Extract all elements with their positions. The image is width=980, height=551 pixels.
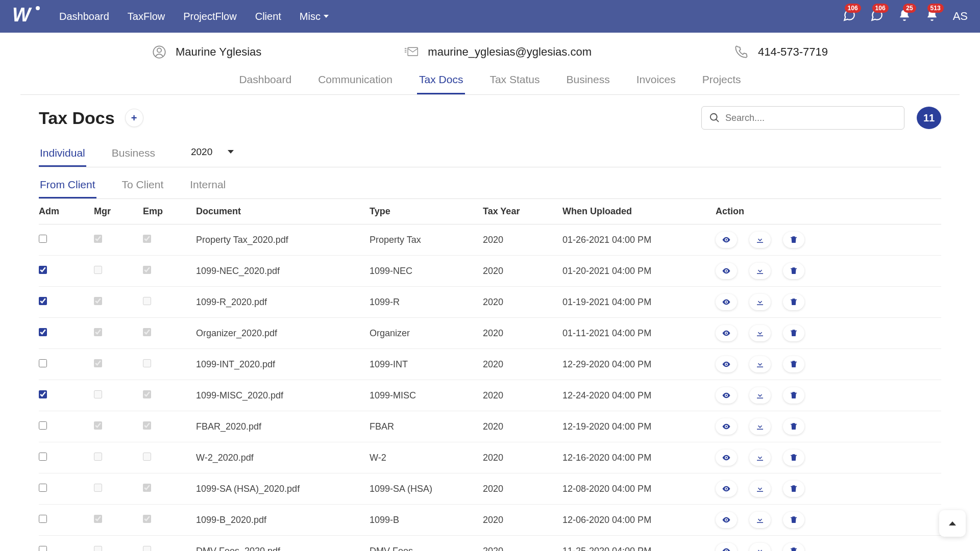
table-row: 1099-R_2020.pdf1099-R202001-19-2021 04:0… bbox=[39, 287, 941, 318]
column-header: Mgr bbox=[94, 199, 143, 224]
adm-checkbox[interactable] bbox=[39, 515, 47, 523]
cell-uploaded: 12-06-2020 04:00 PM bbox=[562, 508, 716, 533]
download-button[interactable] bbox=[749, 356, 771, 372]
adm-checkbox[interactable] bbox=[39, 328, 47, 336]
download-button[interactable] bbox=[749, 418, 771, 435]
view-button[interactable] bbox=[716, 263, 737, 279]
mgr-checkbox[interactable] bbox=[94, 266, 102, 274]
delete-button[interactable] bbox=[783, 543, 804, 551]
view-button[interactable] bbox=[716, 512, 737, 528]
delete-button[interactable] bbox=[783, 232, 804, 248]
download-button[interactable] bbox=[749, 543, 771, 551]
download-button[interactable] bbox=[749, 232, 771, 248]
subtab-communication[interactable]: Communication bbox=[316, 67, 395, 94]
view-button[interactable] bbox=[716, 449, 737, 466]
mgr-checkbox[interactable] bbox=[94, 421, 102, 430]
scope-tab-business[interactable]: Business bbox=[111, 142, 156, 167]
delete-button[interactable] bbox=[783, 481, 804, 497]
view-button[interactable] bbox=[716, 481, 737, 497]
emp-checkbox[interactable] bbox=[143, 328, 151, 336]
delete-button[interactable] bbox=[783, 294, 804, 310]
emp-checkbox[interactable] bbox=[143, 390, 151, 398]
mgr-checkbox[interactable] bbox=[94, 359, 102, 367]
nav-projectflow[interactable]: ProjectFlow bbox=[183, 11, 236, 22]
row-actions bbox=[716, 256, 941, 286]
search-input[interactable] bbox=[725, 113, 897, 123]
svg-rect-2 bbox=[408, 47, 418, 56]
subtab-projects[interactable]: Projects bbox=[700, 67, 743, 94]
bell-icon-1[interactable]: 25 bbox=[898, 9, 911, 24]
delete-button[interactable] bbox=[783, 356, 804, 372]
emp-checkbox[interactable] bbox=[143, 235, 151, 243]
year-select[interactable]: 2020 bbox=[191, 146, 234, 163]
view-button[interactable] bbox=[716, 387, 737, 404]
emp-checkbox[interactable] bbox=[143, 453, 151, 461]
view-button[interactable] bbox=[716, 325, 737, 341]
download-button[interactable] bbox=[749, 449, 771, 466]
nav-dashboard[interactable]: Dashboard bbox=[59, 11, 109, 22]
adm-checkbox[interactable] bbox=[39, 546, 47, 552]
subtab-invoices[interactable]: Invoices bbox=[634, 67, 678, 94]
direction-tab-from-client[interactable]: From Client bbox=[39, 173, 96, 198]
mgr-checkbox[interactable] bbox=[94, 453, 102, 461]
scope-tab-individual[interactable]: Individual bbox=[39, 142, 86, 167]
bell-icon-2[interactable]: 513 bbox=[925, 9, 939, 24]
subtab-dashboard[interactable]: Dashboard bbox=[237, 67, 293, 94]
emp-checkbox[interactable] bbox=[143, 546, 151, 552]
adm-checkbox[interactable] bbox=[39, 266, 47, 274]
scroll-to-top-button[interactable] bbox=[939, 510, 966, 537]
adm-checkbox[interactable] bbox=[39, 359, 47, 367]
download-button[interactable] bbox=[749, 387, 771, 404]
view-button[interactable] bbox=[716, 294, 737, 310]
delete-button[interactable] bbox=[783, 263, 804, 279]
adm-checkbox[interactable] bbox=[39, 421, 47, 430]
mgr-checkbox[interactable] bbox=[94, 484, 102, 492]
cell-doc: FBAR_2020.pdf bbox=[196, 414, 370, 439]
adm-checkbox[interactable] bbox=[39, 235, 47, 243]
nav-client[interactable]: Client bbox=[255, 11, 281, 22]
view-button[interactable] bbox=[716, 418, 737, 435]
user-menu[interactable]: AS bbox=[953, 10, 968, 23]
emp-checkbox[interactable] bbox=[143, 484, 151, 492]
mgr-checkbox[interactable] bbox=[94, 328, 102, 336]
view-button[interactable] bbox=[716, 356, 737, 372]
direction-tab-to-client[interactable]: To Client bbox=[121, 173, 165, 198]
mgr-checkbox[interactable] bbox=[94, 297, 102, 305]
mgr-checkbox[interactable] bbox=[94, 546, 102, 552]
delete-button[interactable] bbox=[783, 512, 804, 528]
emp-checkbox[interactable] bbox=[143, 266, 151, 274]
app-logo[interactable]: W bbox=[12, 4, 39, 29]
emp-checkbox[interactable] bbox=[143, 359, 151, 367]
delete-button[interactable] bbox=[783, 418, 804, 435]
adm-checkbox[interactable] bbox=[39, 390, 47, 398]
download-button[interactable] bbox=[749, 481, 771, 497]
emp-checkbox[interactable] bbox=[143, 421, 151, 430]
nav-taxflow[interactable]: TaxFlow bbox=[128, 11, 165, 22]
chat-icon-2[interactable]: 106 bbox=[870, 9, 884, 24]
adm-checkbox[interactable] bbox=[39, 453, 47, 461]
download-button[interactable] bbox=[749, 325, 771, 341]
view-button[interactable] bbox=[716, 543, 737, 551]
view-button[interactable] bbox=[716, 232, 737, 248]
mgr-checkbox[interactable] bbox=[94, 515, 102, 523]
emp-checkbox[interactable] bbox=[143, 297, 151, 305]
direction-tab-internal[interactable]: Internal bbox=[189, 173, 227, 198]
subtab-business[interactable]: Business bbox=[564, 67, 611, 94]
chat-icon-1[interactable]: 106 bbox=[843, 9, 856, 24]
adm-checkbox[interactable] bbox=[39, 484, 47, 492]
delete-button[interactable] bbox=[783, 387, 804, 404]
search-box[interactable] bbox=[701, 106, 904, 130]
subtab-tax-docs[interactable]: Tax Docs bbox=[417, 67, 465, 94]
add-document-button[interactable]: + bbox=[125, 109, 143, 127]
delete-button[interactable] bbox=[783, 449, 804, 466]
subtab-tax-status[interactable]: Tax Status bbox=[487, 67, 542, 94]
adm-checkbox[interactable] bbox=[39, 297, 47, 305]
nav-misc[interactable]: Misc bbox=[300, 11, 329, 22]
download-button[interactable] bbox=[749, 263, 771, 279]
emp-checkbox[interactable] bbox=[143, 515, 151, 523]
mgr-checkbox[interactable] bbox=[94, 235, 102, 243]
download-button[interactable] bbox=[749, 294, 771, 310]
download-button[interactable] bbox=[749, 512, 771, 528]
delete-button[interactable] bbox=[783, 325, 804, 341]
mgr-checkbox[interactable] bbox=[94, 390, 102, 398]
